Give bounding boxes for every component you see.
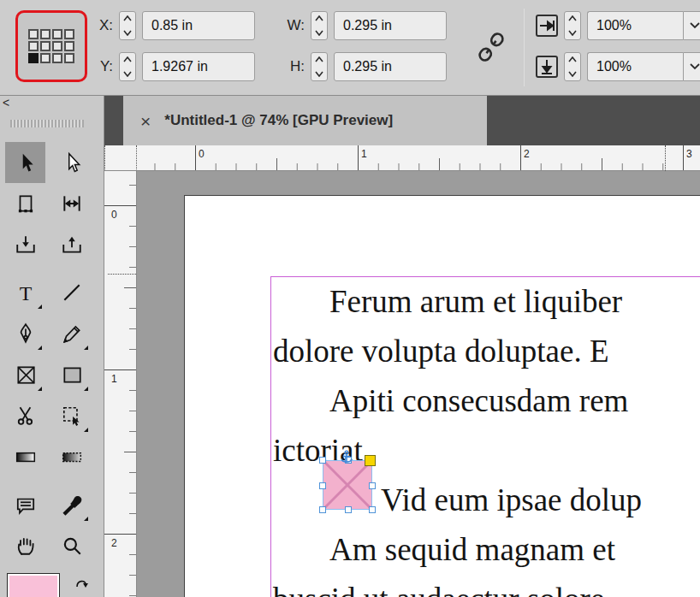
line-icon: [61, 281, 83, 304]
proxy-cell[interactable]: [64, 41, 74, 51]
zoom-tool[interactable]: [51, 525, 92, 566]
type-icon: T: [15, 281, 37, 304]
ruler-corner[interactable]: [104, 145, 137, 171]
text-line[interactable]: Am sequid magnam et: [273, 525, 615, 575]
content-collector-tool[interactable]: [5, 224, 45, 265]
frame-tool[interactable]: [5, 354, 45, 395]
proxy-cell[interactable]: [28, 41, 39, 51]
page[interactable]: Ferum arum et liquiber dolore volupta do…: [184, 195, 700, 597]
pencil-tool[interactable]: [51, 313, 92, 354]
rectangle-tool[interactable]: [51, 354, 92, 395]
ruler-position-marker: [665, 145, 666, 171]
anchor-icon[interactable]: [341, 450, 353, 465]
y-field[interactable]: [142, 52, 255, 81]
selection-tool[interactable]: [5, 142, 45, 183]
w-label: W:: [286, 17, 305, 34]
stepper-down-icon: [315, 71, 323, 77]
selection-handle[interactable]: [319, 457, 326, 464]
scale-y-field[interactable]: [587, 52, 683, 81]
ruler-label: 0: [111, 209, 117, 221]
document-canvas[interactable]: Ferum arum et liquiber dolore volupta do…: [137, 171, 700, 597]
text-frame[interactable]: Ferum arum et liquiber dolore volupta do…: [270, 276, 700, 597]
tab-close-icon[interactable]: ×: [140, 112, 151, 130]
vertical-ruler[interactable]: 0 1 2: [104, 171, 137, 597]
reference-point-proxy[interactable]: [15, 10, 87, 82]
selection-handle[interactable]: [369, 482, 376, 489]
width-field[interactable]: [334, 11, 447, 40]
rectangle-icon: [61, 364, 83, 386]
edit-corners-adornment[interactable]: [365, 455, 376, 466]
proxy-cell[interactable]: [64, 29, 74, 39]
constrain-proportions-broken-link-icon[interactable]: [478, 29, 505, 65]
ruler-label: 3: [686, 148, 692, 160]
selection-handle[interactable]: [345, 506, 352, 513]
scale-y-dropdown[interactable]: [683, 52, 700, 81]
pen-tool[interactable]: [5, 313, 45, 354]
stepper-up-icon: [123, 15, 132, 21]
stepper-up-icon: [315, 15, 323, 21]
y-label: Y:: [94, 58, 113, 75]
proxy-cell[interactable]: [40, 53, 50, 63]
text-line[interactable]: buscid ut audaectur solore: [273, 575, 604, 597]
control-panel: X: Y: W: H:: [0, 0, 700, 96]
y-stepper[interactable]: [119, 52, 136, 81]
horizontal-ruler[interactable]: 0 1 2 3: [137, 145, 700, 171]
ruler-label: 2: [111, 537, 117, 549]
ruler-label: 1: [111, 373, 117, 385]
scale-x-dropdown[interactable]: [683, 11, 700, 40]
scale-y-stepper[interactable]: [564, 52, 581, 81]
proxy-cell[interactable]: [28, 29, 39, 39]
scissors-tool[interactable]: [5, 395, 45, 436]
free-transform-tool[interactable]: [51, 395, 92, 436]
ruler-label: 2: [524, 148, 530, 160]
note-tool[interactable]: [5, 484, 45, 525]
scale-x-stepper[interactable]: [564, 11, 581, 40]
hand-tool[interactable]: [5, 525, 45, 566]
x-field[interactable]: [142, 11, 255, 40]
document-tab-bar: × *Untitled-1 @ 74% [GPU Preview]: [104, 96, 700, 145]
proxy-cell[interactable]: [52, 29, 62, 39]
proxy-cell[interactable]: [52, 53, 62, 63]
collapse-dock-icon[interactable]: <: [3, 96, 9, 109]
page-icon: [15, 192, 37, 215]
fill-color-swatch[interactable]: [7, 573, 60, 597]
stepper-up-icon: [568, 56, 577, 62]
proxy-cell[interactable]: [64, 53, 74, 63]
placeholder-x-icon: [323, 461, 371, 509]
stepper-up-icon: [315, 56, 323, 62]
content-placer-tool[interactable]: [51, 224, 92, 265]
scale-x-field[interactable]: [587, 11, 683, 40]
stepper-up-icon: [123, 56, 132, 62]
text-line[interactable]: Ferum arum et liquiber: [273, 277, 622, 327]
line-tool[interactable]: [51, 272, 92, 313]
h-stepper[interactable]: [311, 52, 328, 81]
swap-fill-stroke-icon[interactable]: [74, 575, 92, 594]
ruler-label: 0: [199, 148, 205, 160]
frame-icon: [15, 364, 37, 386]
eyedropper-tool[interactable]: [51, 484, 92, 525]
text-line[interactable]: dolore volupta doluptae. E: [273, 327, 609, 376]
selection-handle[interactable]: [319, 482, 326, 489]
direct-selection-arrow-icon: [61, 151, 83, 174]
direct-selection-tool[interactable]: [51, 142, 92, 183]
proxy-cell-selected[interactable]: [28, 53, 39, 63]
height-field[interactable]: [334, 52, 447, 81]
proxy-cell[interactable]: [40, 29, 50, 39]
proxy-cell[interactable]: [40, 41, 50, 51]
gap-tool[interactable]: [51, 183, 92, 224]
gradient-feather-tool[interactable]: [51, 436, 92, 477]
x-stepper[interactable]: [119, 11, 136, 40]
page-tool[interactable]: [5, 183, 45, 224]
gradient-swatch-tool[interactable]: [5, 436, 45, 477]
selection-handle[interactable]: [369, 506, 376, 513]
anchored-object[interactable]: [323, 460, 372, 510]
selection-handle[interactable]: [319, 506, 326, 513]
text-line[interactable]: Apiti consecusdam rem: [273, 376, 628, 426]
document-tab[interactable]: × *Untitled-1 @ 74% [GPU Preview]: [123, 96, 487, 145]
proxy-cell[interactable]: [52, 41, 62, 51]
scale-x-icon: [536, 15, 558, 37]
gradient-swatch-icon: [15, 446, 37, 468]
type-tool[interactable]: T: [5, 272, 45, 313]
w-stepper[interactable]: [311, 11, 328, 40]
panel-grip-handle[interactable]: [10, 120, 84, 127]
